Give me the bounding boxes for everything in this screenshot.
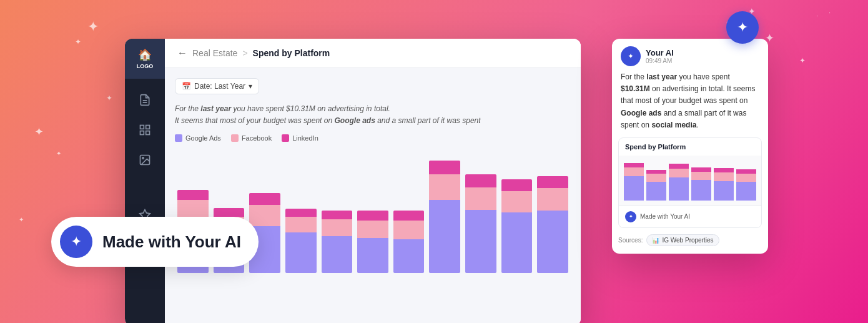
chat-header-info: Your AI 09:49 AM: [646, 48, 674, 64]
svg-rect-5: [146, 131, 150, 135]
mini-chart-title: Spend by Platform: [619, 138, 761, 156]
sparkle-icon: ✦: [71, 234, 82, 250]
mini-bar-facebook: [714, 172, 734, 181]
bar-google: [285, 232, 317, 274]
mini-footer-text: Made with Your AI: [640, 213, 690, 220]
bar-google: [357, 238, 388, 273]
app-window: 🏠 LOGO: [125, 39, 581, 323]
dropdown-icon: ▾: [249, 82, 252, 91]
date-filter[interactable]: 📅 Date: Last Year ▾: [175, 78, 259, 94]
mini-bar-group: [669, 164, 689, 201]
mini-bar-facebook: [669, 169, 689, 178]
home-icon: 🏠: [138, 48, 152, 62]
bar-linkedin: [214, 208, 245, 217]
filter-bar: 📅 Date: Last Year ▾: [175, 78, 571, 94]
filter-label: Date: Last Year: [194, 82, 245, 91]
mini-bar-facebook: [691, 172, 711, 180]
sparkle-10: ·: [816, 12, 818, 19]
source-chip[interactable]: 📊 IG Web Properties: [646, 234, 719, 246]
bar-facebook: [501, 191, 533, 212]
bar-google: [465, 210, 496, 274]
bar-linkedin: [429, 161, 460, 174]
sidebar-nav: [131, 79, 159, 323]
svg-rect-4: [141, 131, 144, 135]
bar-facebook: [429, 174, 460, 200]
mini-bar-linkedin: [624, 163, 644, 167]
chat-header: ✦ Your AI 09:49 AM: [612, 39, 768, 71]
sidebar-item-image[interactable]: [131, 146, 159, 174]
mini-bar-group: [736, 169, 756, 201]
bar-group: [501, 179, 533, 273]
source-name: IG Web Properties: [662, 237, 713, 244]
source-icon: 📊: [652, 237, 659, 244]
mini-bar-google: [714, 181, 734, 201]
bar-facebook: [393, 221, 425, 239]
chat-ai-bubble-icon[interactable]: ✦: [726, 11, 759, 44]
bar-facebook: [322, 219, 353, 236]
bar-linkedin: [322, 211, 353, 219]
svg-rect-3: [146, 126, 150, 129]
bar-linkedin: [357, 211, 388, 221]
mini-bar-google: [646, 182, 666, 201]
svg-point-7: [142, 157, 144, 159]
mini-chart-footer: ✦ Made with Your AI: [619, 206, 761, 227]
back-button[interactable]: ←: [177, 47, 187, 59]
sidebar: 🏠 LOGO: [125, 39, 165, 323]
bar-linkedin: [249, 193, 280, 205]
bar-google: [393, 239, 425, 274]
content-area: 📅 Date: Last Year ▾ For the last year yo…: [165, 68, 581, 323]
bar-facebook: [465, 187, 496, 210]
mini-bar-facebook: [624, 167, 644, 176]
badge-text: Made with Your AI: [102, 232, 241, 252]
mini-chart-area: [619, 156, 761, 206]
breadcrumb-separator: >: [242, 48, 247, 58]
logo-text: LOGO: [137, 63, 154, 69]
bar-linkedin: [285, 209, 317, 217]
mini-bar-google: [691, 180, 711, 201]
bar-linkedin: [393, 211, 425, 221]
mini-bar-group: [714, 168, 734, 201]
svg-rect-2: [141, 126, 144, 129]
sparkle-3: ✦: [34, 125, 44, 139]
bar-group: [357, 211, 388, 273]
bar-group: [537, 176, 568, 273]
main-content: ← Real Estate > Spend by Platform 📅 Date…: [165, 39, 581, 323]
bar-linkedin: [177, 190, 209, 200]
legend-label-facebook: Facebook: [242, 134, 272, 142]
bar-group: [465, 174, 496, 273]
bar-google: [537, 211, 568, 273]
bar-google: [322, 236, 353, 273]
legend-dot-facebook: [231, 134, 239, 142]
mini-bar-linkedin: [714, 168, 734, 172]
mini-bar-google: [669, 177, 689, 201]
sparkle-4: ✦: [56, 150, 61, 157]
breadcrumb-parent[interactable]: Real Estate: [192, 48, 237, 58]
sparkle-9: ✦: [799, 56, 806, 65]
sidebar-item-grid[interactable]: [131, 116, 159, 144]
sidebar-item-document[interactable]: [131, 86, 159, 114]
bar-linkedin: [537, 176, 568, 188]
mini-bar-facebook: [646, 174, 666, 181]
logo: 🏠 LOGO: [125, 39, 165, 79]
calendar-icon: 📅: [182, 82, 191, 91]
chat-timestamp: 09:49 AM: [646, 57, 674, 64]
bar-google: [429, 200, 460, 273]
mini-sparkle-icon: ✦: [629, 214, 633, 219]
sources-label: Sources:: [618, 237, 643, 244]
legend-dot-google: [175, 134, 182, 142]
bar-facebook: [537, 188, 568, 211]
legend-linkedin: LinkedIn: [282, 134, 318, 142]
badge-ai-icon: ✦: [60, 226, 92, 258]
bar-group: [429, 161, 460, 273]
mini-bar-group: [646, 170, 666, 201]
made-with-ai-badge: ✦ Made with Your AI: [51, 217, 259, 267]
legend-dot-linkedin: [282, 134, 289, 142]
sources-row: Sources: 📊 IG Web Properties: [618, 234, 762, 246]
mini-bar-linkedin: [736, 169, 756, 174]
sparkle-12: ✦: [19, 216, 24, 223]
mini-bar-linkedin: [669, 164, 689, 169]
bar-facebook: [249, 205, 280, 226]
chat-sparkle-icon: ✦: [628, 52, 634, 61]
bar-facebook: [357, 221, 388, 238]
mini-bar-facebook: [736, 174, 756, 182]
